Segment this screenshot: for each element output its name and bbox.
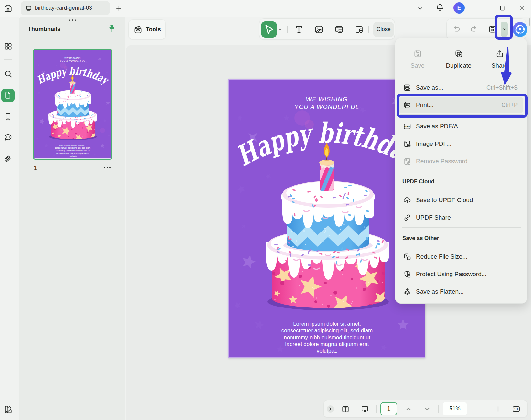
remove-password-icon	[403, 157, 411, 166]
link-tool-icon	[334, 25, 344, 34]
cursor-icon	[264, 25, 274, 34]
chevron-down-icon	[423, 405, 431, 413]
one-to-one-icon: 1:1	[512, 404, 520, 414]
undo-icon	[452, 24, 462, 34]
swatches-button[interactable]	[4, 405, 13, 414]
apps-grid-button[interactable]	[4, 42, 13, 51]
toolbar-divider	[287, 26, 288, 33]
duplicate-icon	[454, 49, 463, 58]
comments-button[interactable]	[4, 133, 13, 142]
add-tab-button[interactable]	[115, 5, 122, 12]
select-tool-chevron-icon[interactable]	[278, 27, 283, 32]
menu-item-save-to-updf-cloud[interactable]: Save to UPDF Cloud	[395, 191, 528, 209]
statusbar-divider	[376, 405, 377, 413]
document-tab[interactable]: birthday-card-genral-03	[21, 1, 110, 15]
titlebar-divider	[471, 5, 471, 12]
bell-icon	[435, 3, 445, 12]
image-tool-button[interactable]	[314, 24, 324, 35]
menu-divider	[402, 171, 521, 171]
panel-drag-handle[interactable]	[69, 19, 77, 21]
attachments-button[interactable]	[4, 155, 13, 164]
zoom-out-button[interactable]	[474, 405, 483, 413]
maximize-button[interactable]	[498, 4, 506, 12]
undo-button[interactable]	[451, 24, 462, 34]
rail-divider	[4, 59, 12, 60]
page-thumbnail[interactable]	[33, 49, 112, 160]
menu-item-save-as-flatten[interactable]: Save as Flatten...	[395, 283, 528, 300]
window-close-icon[interactable]	[517, 4, 526, 12]
cloud-upload-icon	[403, 196, 411, 204]
search-icon	[4, 70, 13, 78]
chevron-down-icon	[417, 5, 424, 12]
document-tab-title: birthday-card-genral-03	[35, 5, 92, 11]
close-editing-button[interactable]: Close	[373, 22, 394, 37]
menu-item-protect-using-password[interactable]: Protect Using Password...	[395, 265, 528, 283]
previous-page-button[interactable]	[404, 405, 413, 413]
plus-icon	[494, 405, 502, 413]
toolbox-icon	[133, 25, 143, 34]
comment-icon	[4, 133, 13, 142]
status-bar: 1 51% 1:1	[323, 400, 528, 417]
pin-panel-button[interactable]	[107, 24, 116, 34]
search-button[interactable]	[4, 69, 13, 78]
bookmarks-button[interactable]	[4, 113, 13, 122]
statusbar-divider	[438, 405, 439, 413]
menu-item-reduce-file-size[interactable]: Reduce File Size...	[395, 248, 528, 265]
menu-divider	[402, 227, 521, 228]
minus-icon	[474, 405, 483, 413]
image-tool-icon	[314, 25, 324, 34]
location-tool-button[interactable]	[354, 24, 364, 35]
print-annotation-box	[397, 94, 528, 118]
thumbnails-panel-button[interactable]	[1, 89, 15, 102]
avatar[interactable]: E	[453, 2, 465, 14]
select-tool-button[interactable]	[261, 21, 277, 38]
chevron-down-icon	[278, 27, 283, 32]
redo-icon	[469, 24, 479, 34]
window-titlebar: birthday-card-genral-03 E	[0, 0, 531, 17]
menu-section-heading: Save as Other	[402, 235, 439, 242]
thumbnails-panel-title: Thumbnails	[28, 26, 60, 33]
link-icon	[403, 213, 411, 222]
next-page-button[interactable]	[423, 405, 431, 413]
menu-item-updf-share[interactable]: UPDF Share	[395, 209, 528, 226]
reduce-size-icon	[403, 253, 411, 261]
menu-duplicate-button[interactable]: Duplicate	[439, 49, 478, 69]
menu-item-save-as-pdfa[interactable]: PDF/ASave as PDF/A...	[395, 118, 528, 135]
thumbnail-options-button[interactable]	[104, 167, 111, 168]
link-tool-button[interactable]	[334, 24, 344, 35]
image-pdf-icon	[403, 140, 411, 148]
zoom-in-button[interactable]	[494, 405, 502, 413]
annotation-arrow	[498, 45, 514, 87]
pin-icon	[107, 24, 116, 33]
thumbnail-page-number: 1	[34, 164, 37, 172]
grid-icon	[4, 42, 13, 51]
tools-button[interactable]: Tools	[128, 19, 166, 39]
home-icon	[3, 4, 13, 13]
minimize-button[interactable]	[478, 4, 487, 12]
menu-item-remove-password[interactable]: Remove Password	[395, 153, 528, 170]
monitor-icon	[25, 5, 32, 12]
zoom-level-box[interactable]: 51%	[443, 402, 467, 415]
updf-ai-logo[interactable]	[512, 22, 528, 37]
toolbar-divider	[368, 26, 369, 33]
updf-window: WE WISHING YOU A WONDERFUL Happy birthda…	[0, 0, 531, 420]
menu-save-button[interactable]: Save	[398, 49, 437, 69]
svg-text:1:1: 1:1	[514, 408, 518, 411]
save-as-icon	[403, 83, 411, 92]
annotation-chevron-highlight-box	[495, 15, 513, 40]
text-tool-button[interactable]	[294, 24, 304, 35]
paperclip-icon	[4, 155, 13, 164]
home-button[interactable]	[3, 3, 14, 14]
maximize-icon	[499, 5, 506, 12]
statusbar-expand-button[interactable]	[327, 405, 334, 413]
redo-button[interactable]	[469, 24, 479, 34]
page-number-box[interactable]: 1	[380, 402, 397, 415]
actual-size-button[interactable]: 1:1	[512, 405, 520, 413]
location-tool-icon	[354, 25, 364, 34]
thumbnails-panel: Thumbnails 1	[19, 17, 125, 420]
titlebar-collapse-button[interactable]	[417, 5, 424, 12]
presentation-button[interactable]	[361, 405, 369, 413]
reading-mode-button[interactable]	[341, 405, 350, 413]
text-tool-icon	[294, 25, 304, 34]
menu-item-image-pdf[interactable]: Image PDF...	[395, 135, 528, 153]
